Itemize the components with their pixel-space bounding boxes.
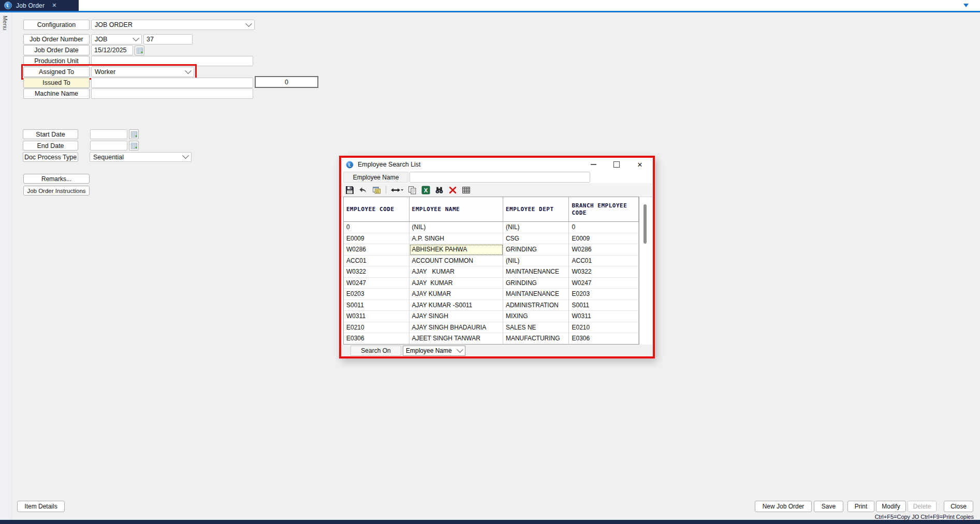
table-cell[interactable]: W0322	[344, 266, 409, 278]
table-row[interactable]: E0210AJAY SINGH BHADAURIASALES NEE0210	[344, 322, 639, 334]
table-cell[interactable]: AJAY KUMAR	[409, 289, 503, 300]
column-header[interactable]: EMPLOYEE DEPT	[503, 197, 569, 222]
find-icon[interactable]	[435, 186, 444, 194]
delete-button[interactable]: Delete	[908, 501, 937, 512]
copy-icon[interactable]	[408, 186, 417, 194]
table-cell[interactable]: E0306	[569, 333, 639, 345]
table-cell[interactable]: E0009	[344, 233, 409, 245]
job-order-instructions-button[interactable]: Job Order Instructions	[23, 186, 90, 196]
job-order-date-input[interactable]	[91, 45, 133, 55]
issued-to-input[interactable]	[91, 78, 253, 88]
table-cell[interactable]: E0203	[569, 289, 639, 300]
tab-close-icon[interactable]: ✕	[52, 2, 56, 9]
table-row[interactable]: ACC01ACCOUNT COMMON(NIL)ACC01	[344, 256, 639, 267]
dialog-titlebar[interactable]: L Employee Search List ✕	[341, 158, 653, 171]
table-cell[interactable]: S0011	[344, 300, 409, 311]
table-cell[interactable]: GRINDING	[503, 278, 569, 289]
delete-icon[interactable]	[448, 186, 457, 194]
table-cell[interactable]: MIXING	[503, 311, 569, 322]
table-cell[interactable]: (NIL)	[503, 222, 569, 233]
configuration-combo[interactable]: JOB ORDER	[91, 20, 255, 30]
maximize-button[interactable]	[608, 158, 625, 171]
table-cell[interactable]: SALES NE	[503, 322, 569, 334]
table-row[interactable]: W0311AJAY SINGHMIXINGW0311	[344, 311, 639, 322]
table-cell[interactable]: E0009	[569, 233, 639, 245]
table-cell[interactable]: ACC01	[569, 256, 639, 267]
table-cell[interactable]: E0210	[569, 322, 639, 334]
table-row[interactable]: S0011AJAY KUMAR -S0011ADMINISTRATIONS001…	[344, 300, 639, 311]
table-cell[interactable]: MAINTANENANCE	[503, 289, 569, 300]
table-cell[interactable]: GRINDING	[503, 244, 569, 256]
search-on-combo[interactable]: Employee Name	[403, 346, 465, 356]
scrollbar-thumb[interactable]	[643, 204, 647, 244]
table-row[interactable]: W0322AJAY KUMARMAINTANENANCEW0322	[344, 266, 639, 278]
table-cell[interactable]: W0286	[344, 244, 409, 256]
doc-process-type-combo[interactable]: Sequential	[90, 152, 192, 162]
table-cell[interactable]: ACCOUNT COMMON	[409, 256, 503, 267]
assigned-to-combo[interactable]: Worker	[91, 67, 194, 77]
menu-strip[interactable]: Menu	[0, 12, 12, 520]
table-cell[interactable]: W0247	[344, 278, 409, 289]
job-order-number-input[interactable]	[143, 34, 193, 44]
end-date-calendar-button[interactable]	[129, 141, 139, 151]
table-cell[interactable]: (NIL)	[503, 256, 569, 267]
employee-name-search-input[interactable]	[409, 172, 590, 183]
table-row[interactable]: E0306AJEET SINGH TANWARMANUFACTURINGE030…	[344, 333, 639, 345]
table-cell[interactable]: MANUFACTURING	[503, 333, 569, 345]
print-button[interactable]: Print	[847, 501, 874, 512]
table-cell[interactable]: 0	[344, 222, 409, 233]
save-button[interactable]: Save	[814, 501, 843, 512]
journal-icon[interactable]	[372, 186, 381, 194]
close-button[interactable]: Close	[944, 501, 973, 512]
modify-button[interactable]: Modify	[876, 501, 906, 512]
remarks-button[interactable]: Remarks...	[23, 174, 90, 184]
tab-job-order[interactable]: L Job Order ✕	[0, 0, 79, 11]
table-cell[interactable]: AJAY KUMAR	[409, 266, 503, 278]
menu-label[interactable]: Menu	[2, 16, 8, 31]
minimize-button[interactable]	[584, 158, 602, 171]
save-icon[interactable]	[345, 186, 354, 194]
table-cell[interactable]: AJEET SINGH TANWAR	[409, 333, 503, 345]
table-cell[interactable]: 0	[569, 222, 639, 233]
column-header[interactable]: BRANCH EMPLOYEE CODE	[569, 197, 639, 222]
table-cell[interactable]: AJAY SINGH	[409, 311, 503, 322]
table-row[interactable]: W0247AJAY KUMARGRINDINGW0247	[344, 278, 639, 289]
undo-icon[interactable]	[359, 186, 368, 194]
grid-icon[interactable]	[462, 186, 471, 194]
table-cell[interactable]: AJAY KUMAR	[409, 278, 503, 289]
column-width-icon[interactable]	[391, 186, 403, 194]
job-order-prefix-combo[interactable]: JOB	[91, 34, 142, 44]
table-cell[interactable]: AJAY KUMAR -S0011	[409, 300, 503, 311]
table-cell[interactable]: W0247	[569, 278, 639, 289]
new-job-order-button[interactable]: New Job Order	[755, 501, 812, 512]
machine-name-input[interactable]	[91, 88, 253, 99]
end-date-input[interactable]	[90, 141, 127, 151]
table-cell[interactable]: (NIL)	[409, 222, 503, 233]
table-cell[interactable]: W0311	[344, 311, 409, 322]
table-vertical-scrollbar[interactable]	[643, 197, 647, 345]
tab-list-arrow-icon[interactable]	[963, 4, 969, 7]
table-row[interactable]: E0203AJAY KUMARMAINTANENANCEE0203	[344, 289, 639, 300]
close-button[interactable]: ✕	[630, 158, 650, 171]
table-cell[interactable]: E0203	[344, 289, 409, 300]
start-date-input[interactable]	[90, 129, 127, 139]
table-cell[interactable]: MAINTANENANCE	[503, 266, 569, 278]
table-row[interactable]: E0009A.P. SINGHCSGE0009	[344, 233, 639, 245]
start-date-calendar-button[interactable]	[129, 129, 139, 139]
table-cell[interactable]: W0286	[569, 244, 639, 256]
table-cell[interactable]: ADMINISTRATION	[503, 300, 569, 311]
table-cell[interactable]: E0210	[344, 322, 409, 334]
table-row[interactable]: 0(NIL)(NIL)0	[344, 222, 639, 233]
table-cell[interactable]: W0311	[569, 311, 639, 322]
column-header[interactable]: EMPLOYEE CODE	[344, 197, 409, 222]
table-cell[interactable]: AJAY SINGH BHADAURIA	[409, 322, 503, 334]
table-cell[interactable]: ABHISHEK PAHWA	[409, 244, 503, 256]
table-cell[interactable]: CSG	[503, 233, 569, 245]
table-row[interactable]: W0286ABHISHEK PAHWAGRINDINGW0286	[344, 244, 639, 256]
job-order-date-calendar-button[interactable]	[135, 46, 144, 55]
table-cell[interactable]: A.P. SINGH	[409, 233, 503, 245]
table-cell[interactable]: W0322	[569, 266, 639, 278]
production-unit-input[interactable]	[91, 56, 253, 66]
item-details-button[interactable]: Item Details	[17, 501, 65, 512]
export-excel-icon[interactable]: X	[421, 186, 430, 194]
